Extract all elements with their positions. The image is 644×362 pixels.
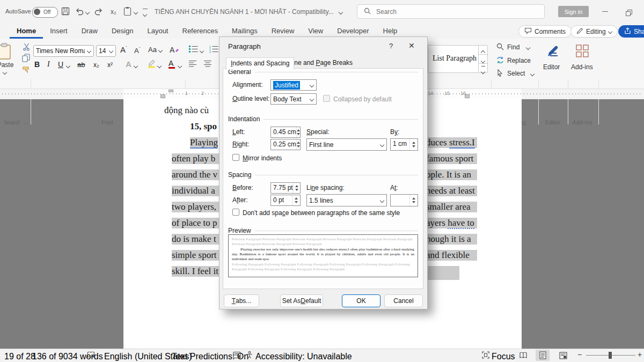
alignment-combo[interactable]: Justified bbox=[270, 79, 317, 91]
doc-text-line-selected[interactable]: ople. It is an bbox=[426, 169, 477, 180]
accessibility-icon[interactable] bbox=[246, 351, 253, 361]
shrink-font-icon[interactable]: Aˇ bbox=[134, 46, 140, 55]
search-box[interactable] bbox=[357, 4, 545, 19]
doc-text-line-selected[interactable]: duces stress.I bbox=[426, 137, 477, 148]
help-icon[interactable]: ? bbox=[389, 42, 393, 50]
clear-formatting-icon[interactable]: A bbox=[170, 46, 179, 54]
clipboard-dialog-launcher-icon[interactable] bbox=[24, 120, 29, 125]
spin-down-icon[interactable] bbox=[412, 201, 415, 203]
editing-mode-button[interactable]: Editing bbox=[570, 25, 618, 38]
cut-icon[interactable] bbox=[23, 43, 31, 53]
numbering-icon[interactable]: 123 bbox=[209, 45, 218, 55]
doc-text-line-selected[interactable]: hough it is a bbox=[426, 234, 477, 245]
grow-font-icon[interactable]: Aˆ bbox=[120, 45, 127, 54]
spin-down-icon[interactable] bbox=[295, 201, 298, 203]
tab-home[interactable]: Home bbox=[10, 24, 43, 39]
paste-icon[interactable] bbox=[0, 43, 12, 62]
spin-up-icon[interactable] bbox=[297, 129, 300, 131]
editor-button-label[interactable]: Editor bbox=[543, 63, 560, 71]
editor-status-icon[interactable] bbox=[233, 351, 241, 361]
cancel-button[interactable]: Cancel bbox=[384, 294, 423, 307]
highlight-icon[interactable] bbox=[147, 59, 156, 70]
style-scroll-down-icon[interactable] bbox=[479, 55, 487, 64]
autosave-toggle[interactable]: Off bbox=[32, 7, 58, 18]
page-indicator[interactable]: 19 of 28 bbox=[4, 352, 35, 361]
tab-insert[interactable]: Insert bbox=[43, 24, 75, 39]
restore-icon[interactable] bbox=[626, 9, 632, 18]
paragraph-dialog[interactable]: Paragraph ? ✕ Indents and Spacing Line a… bbox=[219, 36, 428, 309]
spin-down-icon[interactable] bbox=[297, 133, 300, 135]
bullets-dropdown-icon[interactable] bbox=[200, 49, 204, 53]
spin-up-icon[interactable] bbox=[295, 197, 298, 200]
ok-button[interactable]: OK bbox=[342, 294, 380, 307]
subscript-button[interactable]: x₂ bbox=[93, 61, 99, 69]
before-spinner[interactable]: 7.75 pt bbox=[270, 182, 301, 194]
customize-qat-icon[interactable] bbox=[143, 9, 148, 19]
tab-indents-and-spacing[interactable]: Indents and Spacing bbox=[226, 57, 294, 70]
by-spinner[interactable]: 1 cm bbox=[390, 138, 418, 151]
focus-icon[interactable] bbox=[482, 351, 489, 361]
close-icon[interactable]: ✕ bbox=[408, 41, 415, 50]
indent-left-spinner[interactable]: 0.45 cm bbox=[270, 127, 301, 138]
select-dropdown-icon[interactable] bbox=[530, 72, 535, 76]
font-color-dropdown-icon[interactable] bbox=[178, 64, 182, 68]
underline-dropdown-icon[interactable] bbox=[66, 64, 70, 68]
doc-text-line-selected[interactable]: simple sport bbox=[172, 250, 219, 261]
spin-up-icon[interactable] bbox=[295, 185, 298, 187]
strikethrough-button[interactable]: ab bbox=[77, 61, 85, 69]
paste-label[interactable]: Paste bbox=[0, 61, 15, 69]
minimize-icon[interactable] bbox=[602, 11, 608, 12]
spin-up-icon[interactable] bbox=[412, 142, 415, 144]
replace-icon[interactable] bbox=[496, 56, 504, 66]
accessibility-status[interactable]: Accessibility: Unavailable bbox=[255, 352, 352, 361]
font-color-icon[interactable]: A bbox=[169, 59, 173, 68]
redo-icon[interactable] bbox=[94, 7, 103, 18]
change-case-icon[interactable]: Aa bbox=[148, 46, 162, 54]
read-mode-icon[interactable] bbox=[516, 350, 530, 361]
spin-down-icon[interactable] bbox=[295, 189, 298, 191]
align-center-icon[interactable] bbox=[204, 60, 212, 70]
tab-draw[interactable]: Draw bbox=[75, 24, 105, 39]
hanging-indent-marker[interactable] bbox=[160, 94, 165, 98]
find-label[interactable]: Find bbox=[507, 43, 519, 51]
subscript-qat-icon[interactable]: x₂ bbox=[111, 8, 116, 16]
select-label[interactable]: Select bbox=[507, 70, 525, 77]
search-input[interactable] bbox=[375, 8, 528, 16]
paste-dropdown-icon[interactable] bbox=[3, 70, 7, 75]
line-spacing-combo[interactable]: 1.5 lines bbox=[306, 194, 387, 206]
paste-qat-dropdown-icon[interactable] bbox=[134, 10, 138, 14]
copy-icon[interactable] bbox=[22, 54, 30, 64]
zoom-out-icon[interactable]: − bbox=[577, 350, 582, 359]
add-ins-button-label[interactable]: Add-ins bbox=[571, 63, 593, 71]
bold-button[interactable]: B bbox=[34, 60, 40, 69]
undo-dropdown-icon[interactable] bbox=[85, 10, 90, 14]
special-combo[interactable]: First line bbox=[306, 138, 387, 151]
undo-icon[interactable] bbox=[75, 7, 84, 18]
editor-icon[interactable] bbox=[545, 44, 560, 61]
paste-qat-icon[interactable] bbox=[123, 6, 131, 18]
doc-text-line-selected[interactable]: around the v bbox=[172, 169, 219, 180]
tab-layout[interactable]: Layout bbox=[140, 24, 175, 39]
superscript-button[interactable]: x² bbox=[107, 61, 113, 69]
focus-label[interactable]: Focus bbox=[492, 352, 515, 361]
zoom-slider-handle[interactable] bbox=[609, 352, 612, 359]
doc-text-line-selected[interactable]: individual a bbox=[172, 186, 219, 196]
right-indent-marker[interactable] bbox=[465, 94, 470, 98]
align-left-icon[interactable] bbox=[189, 60, 197, 70]
sign-in-button[interactable]: Sign in bbox=[558, 6, 589, 17]
tab-design[interactable]: Design bbox=[105, 24, 140, 39]
style-scroll-up-icon[interactable] bbox=[479, 46, 487, 55]
doc-text-line-selected[interactable]: needs at least bbox=[426, 186, 477, 196]
select-icon[interactable] bbox=[496, 69, 503, 79]
doc-text-line-selected[interactable]: famous sport bbox=[426, 153, 477, 164]
spin-down-icon[interactable] bbox=[412, 145, 415, 147]
text-effects-dropdown-icon[interactable] bbox=[134, 64, 138, 68]
mirror-indents-checkbox[interactable] bbox=[232, 154, 239, 161]
doc-text-line-selected[interactable]: of place to p bbox=[172, 218, 219, 228]
first-line-indent-marker[interactable] bbox=[169, 90, 173, 92]
outline-level-combo[interactable]: Body Text bbox=[270, 93, 317, 105]
share-button[interactable]: Share bbox=[618, 25, 644, 38]
format-painter-icon[interactable] bbox=[22, 65, 31, 76]
doc-text-line-selected[interactable]: ayers have to bbox=[426, 218, 477, 228]
font-name-combo[interactable]: Times New Roman bbox=[33, 45, 94, 57]
